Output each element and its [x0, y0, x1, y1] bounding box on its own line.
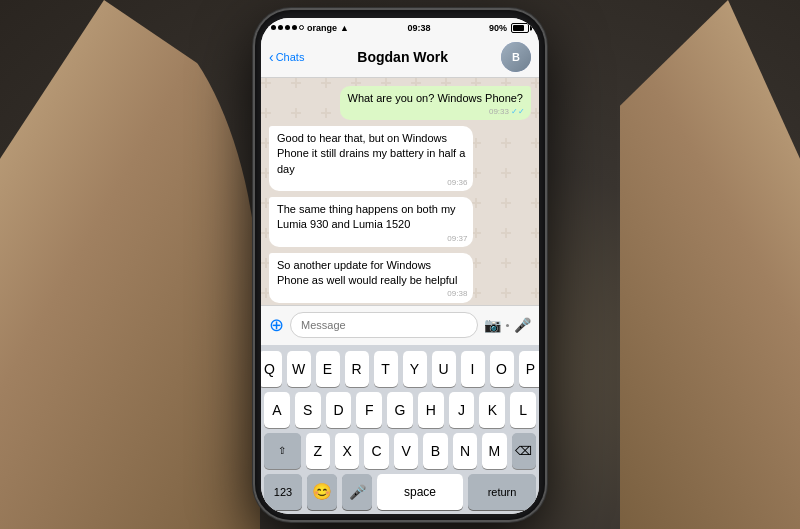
key-o[interactable]: O	[490, 351, 514, 387]
space-key[interactable]: space	[377, 474, 463, 510]
read-receipt-icon: ✓✓	[511, 106, 525, 117]
message-time: 09:33 ✓✓	[489, 106, 525, 117]
dot5	[299, 25, 304, 30]
battery-icon	[511, 23, 529, 33]
keyboard-row-1: Q W E R T Y U I O P	[264, 351, 536, 387]
dot2	[278, 25, 283, 30]
contact-avatar[interactable]: B	[501, 42, 531, 72]
key-e[interactable]: E	[316, 351, 340, 387]
key-h[interactable]: H	[418, 392, 444, 428]
message-time: 09:36	[447, 177, 467, 188]
add-button[interactable]: ⊕	[269, 316, 284, 334]
key-s[interactable]: S	[295, 392, 321, 428]
key-r[interactable]: R	[345, 351, 369, 387]
chat-title: Bogdan Work	[357, 49, 448, 65]
message-bubble: Good to hear that, but on Windows Phone …	[269, 126, 473, 191]
carrier-name: orange	[307, 23, 337, 33]
message-input-bar: ⊕ 📷 🎤	[261, 305, 539, 345]
key-q[interactable]: Q	[261, 351, 282, 387]
back-button[interactable]: ‹ Chats	[269, 49, 304, 65]
message-row: Good to hear that, but on Windows Phone …	[269, 126, 531, 191]
key-v[interactable]: V	[394, 433, 418, 469]
microphone-icon[interactable]: 🎤	[514, 317, 531, 333]
dot1	[271, 25, 276, 30]
message-text: So another update for Windows Phone as w…	[277, 259, 457, 286]
chat-area: What are you on? Windows Phone? 09:33 ✓✓…	[261, 78, 539, 305]
back-label: Chats	[276, 51, 305, 63]
avatar-image: B	[501, 42, 531, 72]
key-z[interactable]: Z	[306, 433, 330, 469]
signal-dots	[271, 25, 304, 30]
message-time: 09:38	[447, 288, 467, 299]
key-x[interactable]: X	[335, 433, 359, 469]
keyboard-row-3: ⇧ Z X C V B N M ⌫	[264, 433, 536, 469]
message-bubble: What are you on? Windows Phone? 09:33 ✓✓	[340, 86, 532, 120]
numbers-key[interactable]: 123	[264, 474, 302, 510]
wifi-icon: ▲	[340, 23, 349, 33]
back-arrow-icon: ‹	[269, 49, 274, 65]
camera-icon[interactable]: 📷	[484, 317, 501, 333]
status-right: 90%	[489, 23, 529, 33]
key-c[interactable]: C	[364, 433, 388, 469]
key-t[interactable]: T	[374, 351, 398, 387]
message-row: What are you on? Windows Phone? 09:33 ✓✓	[269, 86, 531, 120]
key-p[interactable]: P	[519, 351, 540, 387]
key-w[interactable]: W	[287, 351, 311, 387]
key-d[interactable]: D	[326, 392, 352, 428]
message-input[interactable]	[290, 312, 478, 338]
phone-screen: orange ▲ 09:38 90% ‹ Chats Bogdan Work B	[261, 18, 539, 514]
key-m[interactable]: M	[482, 433, 506, 469]
message-text: Good to hear that, but on Windows Phone …	[277, 132, 465, 175]
message-text: The same thing happens on both my Lumia …	[277, 203, 456, 230]
message-row: So another update for Windows Phone as w…	[269, 253, 531, 303]
shift-key[interactable]: ⇧	[264, 433, 301, 469]
key-g[interactable]: G	[387, 392, 413, 428]
dot4	[292, 25, 297, 30]
battery-fill	[513, 25, 524, 31]
message-row: The same thing happens on both my Lumia …	[269, 197, 531, 247]
dot-separator	[506, 324, 509, 327]
dot3	[285, 25, 290, 30]
input-right-actions: 📷 🎤	[484, 317, 531, 333]
nav-bar: ‹ Chats Bogdan Work B	[261, 38, 539, 78]
key-n[interactable]: N	[453, 433, 477, 469]
key-a[interactable]: A	[264, 392, 290, 428]
battery-percent: 90%	[489, 23, 507, 33]
keyboard-bottom-row: 123 😊 🎤 space return	[264, 474, 536, 510]
key-f[interactable]: F	[356, 392, 382, 428]
message-bubble: The same thing happens on both my Lumia …	[269, 197, 473, 247]
key-k[interactable]: K	[479, 392, 505, 428]
message-time: 09:37	[447, 233, 467, 244]
mic-key[interactable]: 🎤	[342, 474, 372, 510]
message-text: What are you on? Windows Phone?	[348, 92, 524, 104]
status-bar: orange ▲ 09:38 90%	[261, 18, 539, 38]
status-time: 09:38	[407, 23, 430, 33]
keyboard: Q W E R T Y U I O P A S D F G H J K	[261, 345, 539, 514]
key-b[interactable]: B	[423, 433, 447, 469]
emoji-key[interactable]: 😊	[307, 474, 337, 510]
key-l[interactable]: L	[510, 392, 536, 428]
keyboard-row-2: A S D F G H J K L	[264, 392, 536, 428]
message-bubble: So another update for Windows Phone as w…	[269, 253, 473, 303]
status-left: orange ▲	[271, 23, 349, 33]
key-u[interactable]: U	[432, 351, 456, 387]
key-y[interactable]: Y	[403, 351, 427, 387]
key-i[interactable]: I	[461, 351, 485, 387]
return-key[interactable]: return	[468, 474, 536, 510]
delete-key[interactable]: ⌫	[512, 433, 536, 469]
phone-shell: orange ▲ 09:38 90% ‹ Chats Bogdan Work B	[255, 10, 545, 520]
key-j[interactable]: J	[449, 392, 475, 428]
